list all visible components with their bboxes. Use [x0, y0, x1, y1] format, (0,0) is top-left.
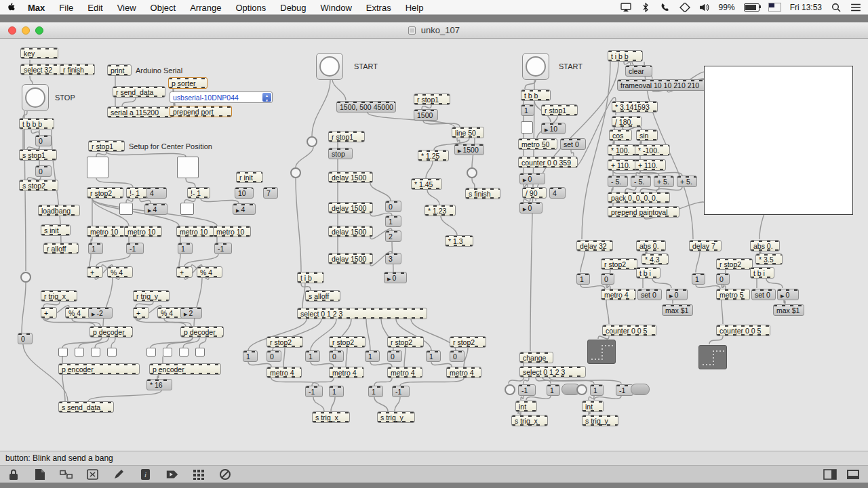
message-box-1[interactable]: 1	[385, 216, 401, 227]
round-button[interactable]	[467, 167, 477, 178]
round-button[interactable]	[505, 384, 515, 395]
message-box-4[interactable]: 4	[146, 187, 167, 199]
object-box-metro-50[interactable]: metro 50	[518, 138, 557, 150]
matrixctrl[interactable]	[587, 340, 616, 364]
object-box-key[interactable]: key	[20, 47, 58, 59]
blank-box[interactable]	[179, 348, 189, 357]
object-box-prepend-paintoval[interactable]: prepend paintoval	[608, 206, 679, 218]
number-box-0[interactable]: ▶0	[384, 272, 407, 283]
message-box-1[interactable]: 1	[365, 350, 380, 362]
object-box-line-50[interactable]: line 50	[452, 127, 484, 138]
object-box-t-b-i[interactable]: t b i	[636, 267, 660, 279]
number-box-0[interactable]: ▶0	[666, 289, 688, 300]
audio-toggle-icon[interactable]	[218, 468, 232, 481]
object-box-s-stop2[interactable]: s stop2	[19, 180, 58, 191]
blank-box[interactable]	[195, 348, 205, 357]
object-box-p-encoder[interactable]: p encoder	[58, 363, 140, 375]
message-box-0[interactable]: 0	[35, 165, 52, 177]
object-box-int[interactable]: int	[515, 401, 537, 412]
message-box-clear[interactable]: clear	[625, 65, 652, 77]
message-box-1[interactable]: 1	[692, 273, 705, 285]
object-box-p-decoder[interactable]: p decoder	[90, 326, 133, 338]
object-box-metro-10[interactable]: metro 10	[176, 226, 214, 237]
object-box-p-sorter[interactable]: p sorter	[168, 77, 208, 89]
object-box-r-trig-x[interactable]: r trig_x	[41, 290, 77, 302]
object-box-1-23[interactable]: * 1.23	[425, 205, 456, 216]
serial-port-menu[interactable]: usbserial-10DNP044▴▾	[170, 92, 273, 103]
sync-diamond-icon[interactable]	[679, 3, 690, 12]
object-box-[interactable]: +	[133, 307, 149, 319]
message-box-max-1[interactable]: max $1	[662, 304, 693, 316]
menu-clock[interactable]: Fri 13:53	[790, 3, 822, 12]
object-box-1-45[interactable]: * 1.45	[411, 178, 442, 190]
presentation-mode-icon[interactable]	[165, 468, 179, 481]
message-box-1[interactable]: 1	[305, 350, 320, 362]
object-box-abs-0[interactable]: abs 0.	[636, 240, 666, 251]
object-box-t-b-b-b[interactable]: t b b b	[19, 118, 54, 129]
number-box-0[interactable]: ▶0	[519, 202, 542, 214]
round-button[interactable]	[307, 136, 317, 147]
start-bang-button-2[interactable]	[522, 53, 549, 80]
object-box-r-alloff[interactable]: r alloff	[43, 243, 79, 254]
message-box-0[interactable]: 0	[35, 135, 52, 146]
message-box-1[interactable]: 1	[243, 350, 258, 362]
message-box-10[interactable]: 10	[235, 187, 254, 199]
object-box-[interactable]: +	[87, 266, 103, 278]
object-box-delay-32[interactable]: delay 32	[576, 240, 613, 251]
message-box-0[interactable]: 0	[716, 273, 730, 285]
object-box-select-0-1-2-3[interactable]: select 0 1 2 3	[519, 366, 586, 378]
object-box-s-init[interactable]: s init	[41, 224, 71, 236]
message-box-1[interactable]: 1	[368, 386, 383, 397]
object-box-4[interactable]: % 4	[65, 307, 91, 319]
object-box-counter-0-0-5[interactable]: counter 0 0 5	[602, 325, 656, 336]
menu-item-edit[interactable]: Edit	[87, 3, 102, 13]
object-box-select-0-1-2-3[interactable]: select 0 1 2 3	[297, 308, 427, 319]
object-box-r-send-data[interactable]: r send_data	[113, 86, 165, 98]
lock-icon[interactable]	[7, 468, 20, 481]
message-box-1[interactable]: -1	[214, 243, 232, 254]
object-box-4-3[interactable]: * 4.3	[642, 253, 669, 265]
message-box-1[interactable]: 1	[329, 386, 344, 397]
object-box-metro-4[interactable]: metro 4	[267, 367, 302, 378]
object-box-100[interactable]: * -100.	[635, 144, 670, 156]
object-box-metro-4[interactable]: metro 4	[329, 367, 364, 378]
number-box-0[interactable]: ▶0	[777, 289, 799, 300]
blank-box[interactable]	[91, 348, 100, 357]
object-box-r-trig-y[interactable]: r trig_y	[133, 290, 170, 302]
object-box-r-stop2[interactable]: r stop2	[601, 258, 637, 270]
object-box-counter-0-0-359[interactable]: counter 0 0 359	[518, 157, 578, 168]
object-box-t-b-b[interactable]: t b b	[521, 89, 551, 101]
volume-icon[interactable]	[699, 3, 710, 12]
blank-box[interactable]	[119, 203, 133, 215]
grid-icon[interactable]	[192, 468, 205, 481]
object-box-print[interactable]: print	[107, 64, 132, 76]
object-box-s-trig-x[interactable]: s trig_x	[511, 415, 548, 426]
object-box-metro-10[interactable]: metro 10	[213, 226, 251, 237]
object-box-r-stop1[interactable]: r stop1	[328, 131, 365, 142]
object-box-serial-a-115200[interactable]: serial a 115200	[107, 106, 172, 118]
object-box-3-141593[interactable]: * 3.141593	[612, 101, 658, 113]
message-box-5[interactable]: + 5.	[654, 176, 674, 187]
menu-item-help[interactable]: Help	[406, 3, 424, 13]
message-box-0[interactable]: 0	[601, 273, 614, 285]
blank-box[interactable]	[146, 348, 156, 357]
umenu-stepper-icon[interactable]: ▴▾	[262, 93, 271, 102]
edit-pencil-icon[interactable]	[113, 468, 126, 481]
menu-item-extras[interactable]: Extras	[366, 3, 391, 13]
number-box-0[interactable]: ▶0	[519, 173, 545, 184]
message-box-0[interactable]: 0	[267, 350, 281, 362]
blank-box[interactable]	[58, 348, 68, 357]
number-box-2[interactable]: ▶-2	[88, 307, 113, 319]
message-box-3[interactable]: 3	[385, 253, 401, 264]
menu-item-view[interactable]: View	[117, 3, 136, 13]
number-box-1500[interactable]: ▶1500	[454, 144, 484, 155]
spotlight-search-icon[interactable]	[831, 3, 842, 12]
object-box-1[interactable]: !- 1	[126, 187, 149, 199]
menu-item-options[interactable]: Options	[235, 3, 266, 13]
object-box-delay-1500[interactable]: delay 1500	[328, 202, 373, 214]
object-box-r-init[interactable]: r init	[236, 171, 263, 183]
message-box-1[interactable]: 1	[178, 243, 193, 254]
start-bang-button[interactable]	[316, 53, 343, 80]
object-box-change[interactable]: change	[519, 352, 553, 363]
object-box-delay-1500[interactable]: delay 1500	[328, 253, 373, 264]
